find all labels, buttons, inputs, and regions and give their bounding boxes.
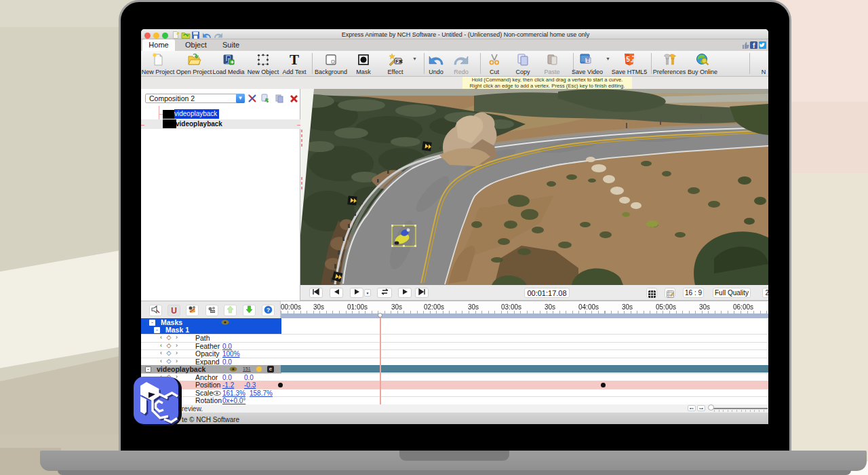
svg-text:5: 5	[626, 56, 630, 63]
svg-text:?: ?	[267, 307, 270, 314]
